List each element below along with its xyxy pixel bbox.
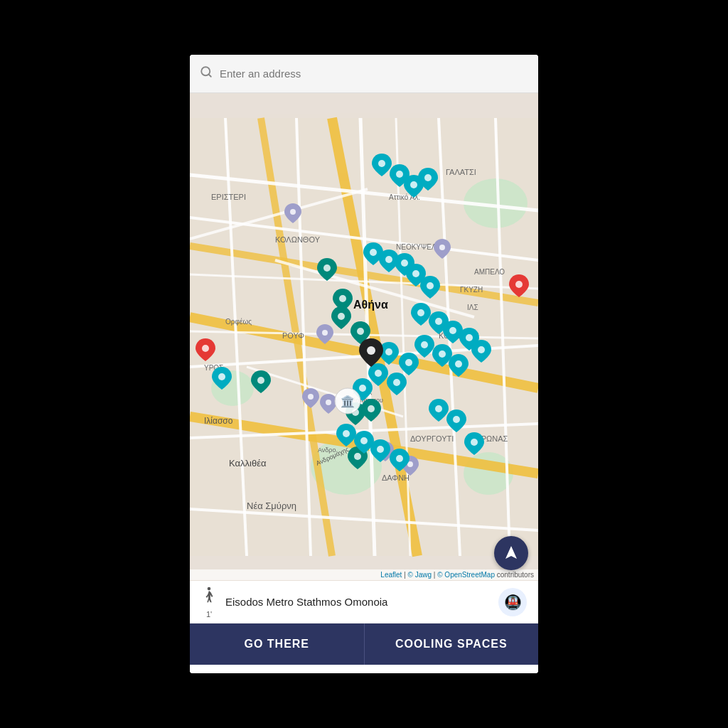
svg-text:ΔΟΥΡΓΟΥΤΙ: ΔΟΥΡΓΟΥΤΙ [410,434,454,443]
svg-point-65 [357,328,364,335]
go-there-button[interactable]: GO THERE [190,623,364,665]
svg-point-73 [412,270,419,277]
map-area: ΕΡΙΣΤΕΡΙ ΓΑΛΑΤΣΙ Αττικό Αλ. ΝΕΟΚΥΨΕΛΗ ΚΟ… [190,93,538,581]
svg-point-77 [449,327,456,334]
navigation-button[interactable] [494,536,528,570]
svg-text:ΙΛΣ: ΙΛΣ [467,304,478,311]
transport-icon: 🚇 [498,588,527,616]
map-attribution: Leaflet | © Jawg | © OpenStreetMap contr… [190,569,538,580]
svg-text:ΚΟΛΩΝΘΟΥ: ΚΟΛΩΝΘΟΥ [275,235,321,244]
svg-text:🏛️: 🏛️ [341,395,355,408]
svg-point-72 [401,259,408,267]
svg-text:ΕΡΙΣΤΕΡΙ: ΕΡΙΣΤΕΡΙ [211,193,246,201]
svg-line-1 [208,74,210,76]
svg-point-82 [455,360,462,368]
search-icon [200,65,213,82]
svg-point-101 [208,587,211,590]
svg-point-84 [405,359,412,366]
svg-point-76 [435,318,442,325]
svg-point-52 [396,171,403,178]
svg-text:ΔΑΦΝΗ: ΔΑΦΝΗ [382,473,410,482]
svg-point-53 [410,181,417,188]
svg-point-93 [396,455,403,462]
cooling-spaces-button[interactable]: COOLING SPACES [364,623,539,665]
svg-point-74 [427,282,434,289]
svg-point-78 [466,334,473,341]
svg-point-63 [339,295,346,302]
svg-point-95 [367,346,375,355]
walk-time: 1' [206,610,212,619]
svg-text:Νέα Σμύρνη: Νέα Σμύρνη [247,500,296,511]
svg-point-92 [377,446,384,453]
location-name: Eisodos Metro Stathmos Omonoia [225,596,498,608]
svg-point-86 [393,379,400,386]
svg-point-51 [378,160,385,167]
action-buttons: GO THERE COOLING SPACES [190,623,538,665]
svg-point-91 [360,437,368,444]
svg-point-94 [471,439,478,446]
bottom-panel: 1' Eisodos Metro Stathmos Omonoia 🚇 GO T… [190,581,538,673]
svg-point-68 [368,405,375,412]
svg-point-87 [359,385,366,392]
svg-point-69 [354,453,361,460]
svg-point-88 [435,405,442,412]
svg-point-80 [421,341,428,348]
svg-point-54 [424,174,432,181]
walk-info: 1' [201,586,217,619]
svg-point-75 [417,309,424,316]
svg-point-64 [338,313,345,320]
svg-point-100 [515,281,523,288]
svg-point-66 [257,377,264,384]
jawg-link[interactable]: © Jawg [408,571,432,579]
svg-point-61 [326,400,331,405]
leaflet-link[interactable]: Leaflet [380,571,402,579]
location-info: 1' Eisodos Metro Stathmos Omonoia 🚇 [190,581,538,623]
svg-point-57 [322,330,328,336]
svg-point-90 [343,430,350,437]
svg-point-96 [218,373,225,380]
svg-point-79 [478,346,485,353]
svg-point-58 [308,394,314,400]
svg-text:ΓΚΥΖΗ: ΓΚΥΖΗ [460,286,483,294]
svg-point-62 [323,264,331,272]
svg-text:ΓΑΛΑΤΣΙ: ΓΑΛΑΤΣΙ [446,168,476,176]
svg-text:ΡΟΥΦ: ΡΟΥΦ [282,331,304,340]
svg-text:ΑΜΠΕΛΟ: ΑΜΠΕΛΟ [474,268,505,276]
svg-text:Ιλίασσο: Ιλίασσο [204,416,233,426]
search-bar [190,55,538,93]
osm-link[interactable]: © OpenStreetMap [437,571,495,579]
svg-point-56 [439,245,445,250]
svg-point-99 [202,345,209,352]
svg-point-81 [439,350,446,358]
svg-point-83 [385,348,392,355]
svg-text:Αθήνα: Αθήνα [353,299,388,311]
svg-point-89 [453,416,460,423]
svg-text:Ορφέως: Ορφέως [225,318,252,326]
svg-text:Καλλιθέα: Καλλιθέα [229,458,267,469]
walk-icon [201,586,217,610]
svg-point-55 [290,209,296,215]
svg-point-70 [370,249,377,256]
svg-point-71 [385,256,392,263]
svg-point-85 [375,370,382,377]
search-input[interactable] [220,68,528,80]
phone-container: ΕΡΙΣΤΕΡΙ ΓΑΛΑΤΣΙ Αττικό Αλ. ΝΕΟΚΥΨΕΛΗ ΚΟ… [190,55,538,673]
